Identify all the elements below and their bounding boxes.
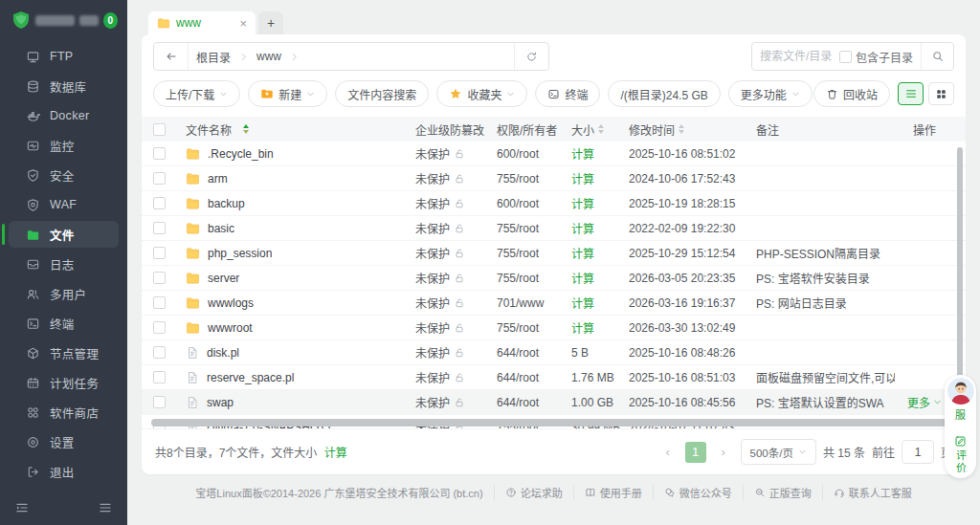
row-checkbox[interactable] bbox=[153, 147, 166, 160]
table-row[interactable]: php_session 未保护 755/root 计算 2025-10-29 1… bbox=[142, 241, 966, 266]
size-value[interactable]: 1.76 MB bbox=[571, 371, 614, 384]
include-subdir-toggle[interactable]: 包含子目录 bbox=[839, 49, 921, 65]
file-name[interactable]: wwwroot bbox=[208, 321, 253, 335]
file-name[interactable]: reserve_space.pl bbox=[207, 371, 294, 384]
page-size-select[interactable]: 500条/页 bbox=[741, 439, 816, 465]
recycle-bin-button[interactable]: 回收站 bbox=[813, 80, 890, 107]
sidebar-item[interactable]: 监控 bbox=[9, 132, 119, 159]
goto-page-input[interactable] bbox=[902, 440, 934, 464]
footer-link[interactable]: 联系人工客服 bbox=[822, 485, 912, 500]
size-value[interactable]: 计算 bbox=[571, 170, 594, 186]
sidebar-item[interactable]: Docker bbox=[9, 102, 119, 129]
sort-icon[interactable] bbox=[598, 124, 604, 134]
row-checkbox[interactable] bbox=[153, 247, 166, 259]
grid-view-button[interactable] bbox=[928, 82, 954, 105]
toolbar-button[interactable]: 终端 bbox=[535, 80, 600, 107]
sidebar-item[interactable]: 安全 bbox=[9, 162, 119, 188]
toolbar-button[interactable]: 文件内容搜索 bbox=[335, 80, 429, 107]
more-actions-button[interactable]: 更多 bbox=[907, 394, 942, 410]
vertical-scrollbar[interactable] bbox=[957, 147, 963, 407]
table-row[interactable]: wwwlogs 未保护 701/www 计算 2026-03-16 19:16:… bbox=[142, 291, 966, 316]
include-subdir-checkbox[interactable] bbox=[839, 51, 852, 63]
sidebar-item[interactable]: 文件 bbox=[9, 221, 119, 248]
back-button[interactable] bbox=[154, 43, 189, 70]
tab-close-icon[interactable]: × bbox=[239, 17, 247, 30]
footer-link[interactable]: 论坛求助 bbox=[494, 485, 563, 500]
row-checkbox[interactable] bbox=[153, 172, 166, 185]
row-checkbox[interactable] bbox=[153, 222, 166, 234]
message-count-badge[interactable]: 0 bbox=[103, 12, 118, 29]
horizontal-scrollbar[interactable] bbox=[151, 419, 948, 427]
size-value[interactable]: 1.00 GB bbox=[571, 396, 613, 409]
menu-layout-icon[interactable] bbox=[98, 500, 113, 515]
tab-www[interactable]: www × bbox=[148, 11, 256, 34]
toolbar-button[interactable]: 收藏夹 bbox=[436, 80, 527, 107]
footer-link[interactable]: 微信公众号 bbox=[653, 485, 732, 500]
file-name[interactable]: arm bbox=[208, 172, 228, 186]
table-row[interactable]: server 未保护 755/root 计算 2026-03-05 20:23:… bbox=[142, 266, 966, 291]
toolbar-button[interactable]: 新建 bbox=[248, 80, 327, 107]
breadcrumb-www[interactable]: www bbox=[249, 50, 289, 63]
select-all-checkbox[interactable] bbox=[153, 123, 166, 136]
table-row[interactable]: arm 未保护 755/root 计算 2024-10-06 17:52:43 bbox=[142, 166, 966, 191]
sidebar-item[interactable]: FTP bbox=[9, 43, 119, 70]
sidebar-item[interactable]: 日志 bbox=[9, 251, 119, 277]
sidebar-item[interactable]: 终端 bbox=[9, 310, 119, 337]
table-row[interactable]: .Recycle_bin 未保护 600/root 计算 2025-10-16 … bbox=[142, 142, 966, 166]
header-modified-time[interactable]: 修改时间 bbox=[629, 121, 756, 138]
file-name[interactable]: backup bbox=[208, 197, 245, 210]
sidebar-item[interactable]: 多用户 bbox=[9, 280, 119, 307]
list-view-button[interactable] bbox=[898, 82, 924, 105]
table-row[interactable]: swap 未保护 644/root 1.00 GB 2025-10-16 08:… bbox=[142, 390, 966, 415]
file-name[interactable]: php_session bbox=[208, 247, 272, 260]
footer-link[interactable]: 使用手册 bbox=[573, 485, 642, 500]
panel-logo[interactable]: 0 bbox=[0, 0, 127, 37]
search-input[interactable] bbox=[752, 50, 839, 63]
size-value[interactable]: 计算 bbox=[571, 195, 594, 211]
row-checkbox[interactable] bbox=[153, 396, 166, 408]
sidebar-item[interactable]: 设置 bbox=[9, 428, 119, 455]
current-page-button[interactable]: 1 bbox=[685, 442, 706, 463]
prev-page-button[interactable]: ‹ bbox=[657, 442, 679, 463]
header-size[interactable]: 大小 bbox=[571, 121, 629, 138]
size-value[interactable]: 计算 bbox=[571, 270, 594, 286]
breadcrumb-root[interactable]: 根目录 bbox=[189, 49, 238, 65]
header-file-name[interactable]: 文件名称 bbox=[186, 121, 415, 138]
table-row[interactable]: wwwroot 未保护 755/root 计算 2026-03-30 13:02… bbox=[142, 316, 966, 340]
row-checkbox[interactable] bbox=[153, 371, 166, 383]
new-tab-button[interactable]: + bbox=[258, 11, 283, 34]
toolbar-button[interactable]: 更多功能 bbox=[728, 80, 813, 107]
row-checkbox[interactable] bbox=[153, 296, 166, 309]
size-value[interactable]: 计算 bbox=[571, 145, 594, 162]
sidebar-item[interactable]: 数据库 bbox=[9, 73, 119, 99]
table-row[interactable]: disk.pl 未保护 644/root 5 B 2025-10-16 08:4… bbox=[142, 340, 966, 365]
calc-size-link[interactable]: 计算 bbox=[324, 447, 347, 460]
search-button[interactable] bbox=[921, 43, 953, 70]
row-checkbox[interactable] bbox=[153, 321, 166, 334]
file-name[interactable]: basic bbox=[208, 222, 234, 235]
size-value[interactable]: 5 B bbox=[571, 346, 589, 360]
file-name[interactable]: disk.pl bbox=[207, 346, 239, 360]
file-name[interactable]: server bbox=[208, 272, 239, 285]
size-value[interactable]: 计算 bbox=[571, 319, 594, 336]
row-checkbox[interactable] bbox=[153, 272, 166, 284]
sidebar-item[interactable]: 节点管理 bbox=[9, 339, 119, 366]
file-name[interactable]: .Recycle_bin bbox=[208, 147, 274, 161]
refresh-button[interactable] bbox=[514, 43, 548, 70]
footer-link[interactable]: 正版查询 bbox=[743, 485, 812, 500]
row-checkbox[interactable] bbox=[153, 346, 166, 359]
sidebar-item[interactable]: 计划任务 bbox=[9, 369, 119, 396]
file-name[interactable]: swap bbox=[207, 396, 234, 409]
size-value[interactable]: 计算 bbox=[571, 220, 594, 236]
support-avatar[interactable] bbox=[947, 378, 974, 405]
toolbar-button[interactable]: 上传/下载 bbox=[153, 80, 240, 107]
table-row[interactable]: reserve_space.pl 未保护 644/root 1.76 MB 20… bbox=[142, 365, 966, 390]
path-input[interactable] bbox=[300, 43, 514, 70]
size-value[interactable]: 计算 bbox=[571, 295, 594, 311]
toolbar-button[interactable]: /(根目录)24.5 GB bbox=[608, 80, 720, 107]
sort-icon[interactable] bbox=[679, 124, 684, 134]
sidebar-item[interactable]: 软件商店 bbox=[9, 399, 119, 426]
feedback-button[interactable]: 评价 bbox=[953, 435, 969, 474]
size-value[interactable]: 计算 bbox=[571, 245, 594, 261]
row-checkbox[interactable] bbox=[153, 197, 166, 209]
